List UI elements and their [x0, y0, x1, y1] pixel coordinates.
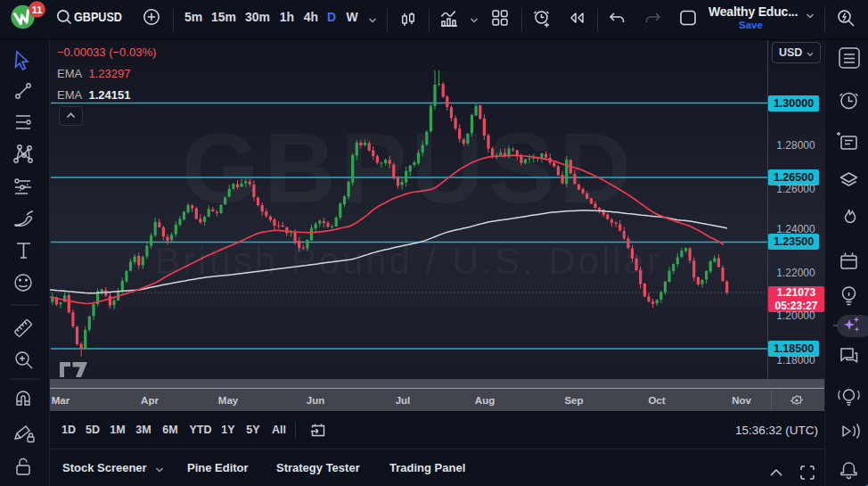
svg-text:11: 11 — [32, 4, 43, 15]
